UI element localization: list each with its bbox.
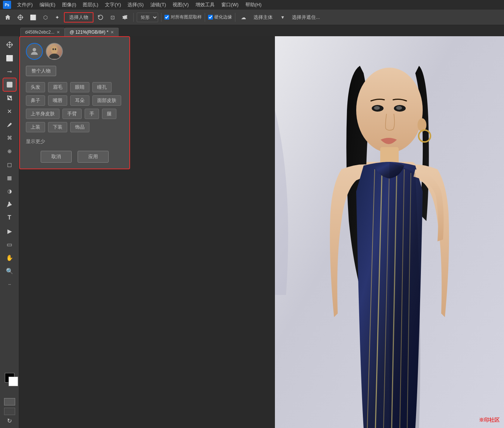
part-eyes[interactable]: 眼睛 bbox=[70, 82, 89, 92]
part-nose[interactable]: 鼻子 bbox=[26, 95, 45, 106]
hand-tool[interactable]: ✋ bbox=[3, 251, 16, 264]
chevron-btn[interactable]: ▼ bbox=[277, 12, 288, 23]
part-bottom-wear[interactable]: 下装 bbox=[48, 122, 67, 132]
toolbar: ⬜ ⬡ ✦ 选择人物 ⊡ 矩形 对所有图层取样 硬化边缘 ☁ 选择主体 ▼ 选择… bbox=[0, 10, 504, 25]
more-tools[interactable]: ··· bbox=[3, 278, 16, 291]
background-color[interactable] bbox=[8, 377, 18, 386]
menu-text[interactable]: 文字(Y) bbox=[102, 1, 124, 9]
part-hair[interactable]: 头发 bbox=[26, 82, 45, 92]
menu-edit[interactable]: 编辑(E) bbox=[37, 1, 58, 9]
part-pupil[interactable]: 瞳孔 bbox=[92, 82, 112, 92]
home-button[interactable] bbox=[2, 12, 13, 23]
part-eyebrow[interactable]: 眉毛 bbox=[48, 82, 67, 92]
marquee-tool[interactable]: ⬜ bbox=[3, 52, 16, 64]
eyedropper-tool[interactable]: ✕ bbox=[3, 105, 16, 118]
quick-mask-btn[interactable] bbox=[4, 398, 15, 405]
tab-bar: d458fe2ebc2... ✕ @ 121%(RGB/8#) * ✕ bbox=[0, 25, 504, 36]
menu-filter[interactable]: 滤镜(T) bbox=[147, 1, 169, 9]
shape-select[interactable]: 矩形 bbox=[137, 13, 158, 22]
tab1-close[interactable]: ✕ bbox=[57, 30, 60, 35]
parts-row-3: 上半身皮肤 手臂 手 腿 bbox=[26, 109, 123, 119]
path-select-tool[interactable]: ▶ bbox=[3, 225, 16, 237]
part-upper-body-skin[interactable]: 上半身皮肤 bbox=[26, 109, 59, 119]
left-toolbar: ⬜ ⊸ ✕ ⌘ ⊕ ◻ ▦ ◑ T ▶ ▭ ✋ 🔍 ··· ↻ bbox=[0, 36, 19, 428]
menu-file[interactable]: 文件(F) bbox=[14, 1, 36, 9]
settings-btn[interactable] bbox=[119, 12, 130, 23]
menu-select[interactable]: 选择(S) bbox=[125, 1, 146, 9]
menu-view[interactable]: 视图(V) bbox=[170, 1, 191, 9]
menu-image[interactable]: 图像(I) bbox=[59, 1, 79, 9]
cancel-button[interactable]: 取消 bbox=[41, 151, 72, 163]
text-tool[interactable]: T bbox=[3, 211, 16, 224]
magic-wand-btn[interactable]: ✦ bbox=[52, 12, 62, 23]
rect-select-btn[interactable]: ⬜ bbox=[27, 12, 39, 23]
part-lips[interactable]: 嘴唇 bbox=[48, 95, 67, 106]
canvas-area: 整个人物 头发 眉毛 眼睛 瞳孔 鼻子 嘴唇 耳朵 面部皮肤 上半身皮肤 手臂 bbox=[19, 36, 504, 428]
svg-point-5 bbox=[52, 48, 54, 50]
svg-point-14 bbox=[374, 106, 380, 110]
ps-app-icon[interactable]: Ps bbox=[3, 1, 11, 9]
harden-edge-label[interactable]: 硬化边缘 bbox=[208, 14, 232, 20]
svg-point-2 bbox=[33, 48, 36, 51]
select-subject-btn[interactable]: 选择主体 bbox=[250, 12, 276, 23]
rectangle-tool[interactable]: ▭ bbox=[3, 238, 16, 251]
tab2-close[interactable]: ✕ bbox=[110, 30, 114, 35]
person-icon-avatar[interactable] bbox=[26, 43, 43, 60]
person-photo-avatar[interactable] bbox=[46, 43, 63, 60]
menu-bar: Ps 文件(F) 编辑(E) 图像(I) 图层(L) 文字(Y) 选择(S) 滤… bbox=[0, 0, 504, 10]
parts-row-4: 上装 下装 饰品 bbox=[26, 122, 123, 132]
sample-all-label[interactable]: 对所有图层取样 bbox=[164, 14, 202, 20]
part-face-skin[interactable]: 面部皮肤 bbox=[92, 95, 121, 106]
main-area: ⬜ ⊸ ✕ ⌘ ⊕ ◻ ▦ ◑ T ▶ ▭ ✋ 🔍 ··· ↻ bbox=[0, 36, 504, 428]
object-select-tool[interactable] bbox=[3, 78, 16, 91]
svg-point-4 bbox=[49, 54, 59, 59]
menu-plugins[interactable]: 增效工具 bbox=[193, 1, 218, 9]
select-mask-btn[interactable]: 选择并遮住... bbox=[289, 12, 323, 23]
color-swatches[interactable] bbox=[5, 373, 19, 387]
move-tool-btn[interactable] bbox=[15, 12, 26, 23]
lasso-btn[interactable]: ⬡ bbox=[40, 12, 51, 23]
person-list bbox=[26, 43, 123, 60]
parts-row-1: 头发 眉毛 眼睛 瞳孔 bbox=[26, 82, 123, 92]
menu-help[interactable]: 帮助(H) bbox=[242, 1, 265, 9]
part-hand[interactable]: 手 bbox=[85, 109, 99, 119]
select-person-btn[interactable]: 选择人物 bbox=[64, 12, 93, 23]
gradient-tool[interactable]: ▦ bbox=[3, 171, 16, 184]
pen-tool[interactable] bbox=[3, 198, 16, 211]
refresh-btn[interactable] bbox=[95, 12, 106, 23]
tab-document1[interactable]: d458fe2ebc2... ✕ bbox=[20, 28, 65, 36]
show-less-btn[interactable]: 显示更少 bbox=[26, 138, 123, 145]
menu-window[interactable]: 窗口(W) bbox=[218, 1, 242, 9]
whole-person-btn[interactable]: 整个人物 bbox=[26, 66, 56, 76]
cloud-btn[interactable]: ☁ bbox=[238, 12, 249, 23]
svg-point-15 bbox=[396, 106, 402, 110]
rotate-view-btn[interactable]: ↻ bbox=[7, 417, 12, 424]
move-tool[interactable] bbox=[3, 38, 16, 51]
brush-tool[interactable] bbox=[3, 118, 16, 131]
separator4 bbox=[235, 13, 235, 22]
healing-brush-tool[interactable]: ⊕ bbox=[3, 145, 16, 157]
part-top-wear[interactable]: 上装 bbox=[26, 122, 45, 132]
part-arm[interactable]: 手臂 bbox=[62, 109, 82, 119]
crop-tool[interactable] bbox=[3, 92, 16, 104]
photo-canvas bbox=[275, 36, 504, 428]
svg-point-6 bbox=[55, 48, 56, 50]
lasso-tool[interactable]: ⊸ bbox=[3, 65, 16, 78]
part-ear[interactable]: 耳朵 bbox=[70, 95, 89, 106]
menu-layer[interactable]: 图层(L) bbox=[80, 1, 101, 9]
screen-mode-btn[interactable] bbox=[4, 408, 15, 415]
svg-point-3 bbox=[51, 46, 58, 54]
apply-button[interactable]: 应用 bbox=[78, 151, 109, 163]
harden-edge-checkbox[interactable] bbox=[208, 15, 213, 20]
tab-document2[interactable]: @ 121%(RGB/8#) * ✕ bbox=[65, 28, 119, 36]
frame-btn[interactable]: ⊡ bbox=[108, 12, 118, 23]
dodge-tool[interactable]: ◑ bbox=[3, 185, 16, 197]
eraser-tool[interactable]: ◻ bbox=[3, 158, 16, 171]
zoom-tool[interactable]: 🔍 bbox=[3, 265, 16, 277]
part-accessories[interactable]: 饰品 bbox=[70, 122, 89, 132]
part-leg[interactable]: 腿 bbox=[102, 109, 116, 119]
sample-all-checkbox[interactable] bbox=[164, 15, 169, 20]
clone-stamp-tool[interactable]: ⌘ bbox=[3, 132, 16, 144]
separator2 bbox=[161, 13, 161, 22]
parts-row-2: 鼻子 嘴唇 耳朵 面部皮肤 bbox=[26, 95, 123, 106]
